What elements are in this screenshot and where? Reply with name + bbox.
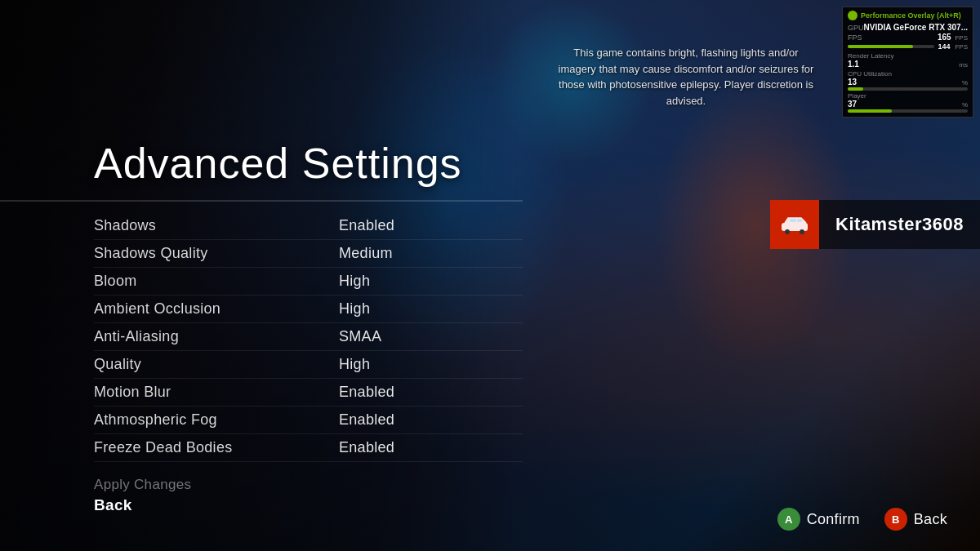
player-bar-bg [848, 109, 968, 113]
user-badge: Kitamster3608 [770, 200, 980, 249]
svg-rect-0 [782, 223, 808, 231]
fps-target: 144 [938, 42, 950, 51]
confirm-label: Confirm [807, 511, 860, 528]
fps-value: 165 [938, 33, 951, 42]
settings-item-6[interactable]: Motion BlurEnabled [94, 379, 523, 407]
car-svg [778, 215, 811, 234]
actions-row: Apply Changes Back [94, 477, 523, 514]
setting-name-2: Bloom [94, 273, 323, 290]
settings-item-0[interactable]: ShadowsEnabled [94, 212, 523, 240]
user-name: Kitamster3608 [819, 214, 980, 235]
a-button-icon[interactable]: A [777, 508, 800, 531]
cpu-bar-fill [848, 87, 863, 91]
render-latency-unit: ms [959, 61, 968, 69]
perf-title: Performance Overlay (Alt+R) [861, 11, 961, 20]
cpu-bar-bg [848, 87, 968, 91]
setting-name-6: Motion Blur [94, 384, 323, 401]
svg-point-2 [800, 229, 804, 234]
back-hint-label: Back [914, 511, 947, 528]
page-title: Advanced Settings [94, 139, 523, 188]
setting-value-8: Enabled [339, 439, 394, 456]
warning-box: This game contains bright, flashing ligh… [555, 45, 817, 109]
player-unit: % [962, 101, 968, 109]
svg-rect-4 [797, 219, 802, 222]
setting-name-3: Ambient Occlusion [94, 300, 323, 318]
fps-label: FPS [848, 33, 862, 42]
cpu-label: CPU Utilization [848, 70, 968, 78]
setting-value-1: Medium [339, 245, 393, 262]
gpu-value: NVIDIA GeForce RTX 307... [864, 23, 968, 32]
player-bar-fill [848, 109, 892, 113]
setting-name-5: Quality [94, 356, 323, 373]
player-value: 37 [848, 100, 857, 109]
settings-menu: Advanced Settings ShadowsEnabledShadows … [0, 0, 523, 551]
fps-bar-fill [848, 45, 913, 48]
setting-value-2: High [339, 273, 370, 290]
controller-hints: A Confirm B Back [777, 508, 947, 531]
settings-item-1[interactable]: Shadows QualityMedium [94, 240, 523, 268]
fps-target-unit: FPS [955, 43, 968, 51]
setting-value-6: Enabled [339, 384, 394, 401]
setting-name-8: Freeze Dead Bodies [94, 439, 323, 456]
svg-rect-3 [790, 219, 796, 222]
cpu-unit: % [962, 79, 968, 87]
settings-item-7[interactable]: Athmospheric FogEnabled [94, 407, 523, 434]
setting-value-3: High [339, 300, 370, 318]
render-latency-value: 1.1 [848, 60, 859, 69]
setting-value-0: Enabled [339, 217, 394, 234]
settings-item-2[interactable]: BloomHigh [94, 268, 523, 295]
fps-unit: FPS [955, 34, 968, 42]
gpu-label: GPU [848, 24, 864, 32]
b-button-icon[interactable]: B [884, 508, 907, 531]
warning-text: This game contains bright, flashing ligh… [555, 45, 817, 109]
setting-name-0: Shadows [94, 217, 323, 234]
player-label: Player [848, 92, 968, 100]
setting-name-4: Anti-Aliasing [94, 328, 323, 345]
settings-item-8[interactable]: Freeze Dead BodiesEnabled [94, 434, 523, 462]
settings-item-5[interactable]: QualityHigh [94, 351, 523, 379]
nvidia-icon [848, 11, 858, 20]
fps-bar-bg [848, 45, 934, 48]
apply-changes-button[interactable]: Apply Changes [94, 477, 523, 493]
setting-name-7: Athmospheric Fog [94, 411, 323, 429]
confirm-hint: A Confirm [777, 508, 860, 531]
settings-item-3[interactable]: Ambient OcclusionHigh [94, 295, 523, 323]
setting-value-7: Enabled [339, 411, 394, 429]
setting-value-5: High [339, 356, 370, 373]
settings-list: ShadowsEnabledShadows QualityMediumBloom… [94, 212, 523, 462]
render-latency-label: Render Latency [848, 52, 968, 60]
setting-value-4: SMAA [339, 328, 381, 345]
user-car-icon [770, 200, 819, 249]
svg-point-1 [785, 229, 790, 234]
cpu-value: 13 [848, 78, 857, 87]
setting-name-1: Shadows Quality [94, 245, 323, 262]
back-button[interactable]: Back [94, 496, 523, 514]
settings-item-4[interactable]: Anti-AliasingSMAA [94, 323, 523, 351]
performance-overlay: Performance Overlay (Alt+R) GPU NVIDIA G… [842, 7, 973, 118]
back-hint: B Back [884, 508, 947, 531]
